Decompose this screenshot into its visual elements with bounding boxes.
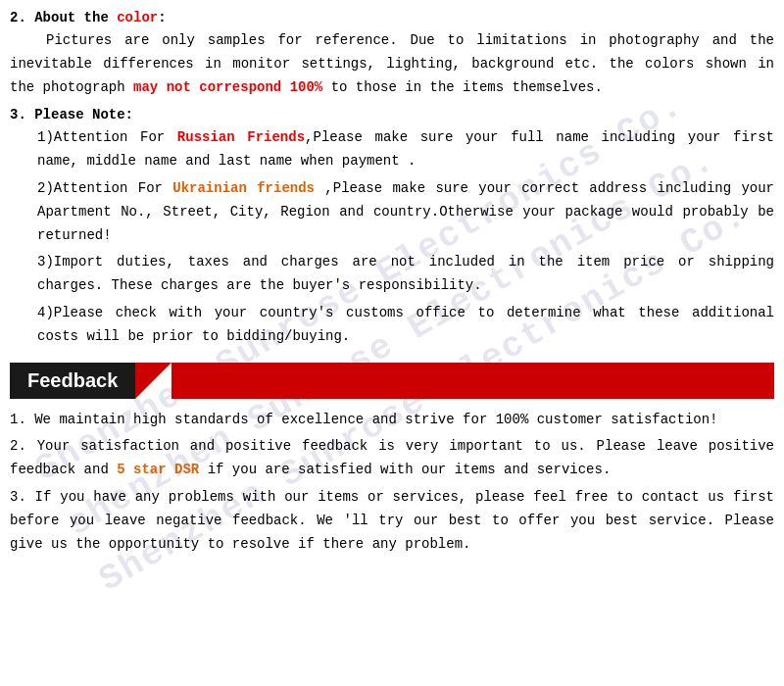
color-title-colored: color bbox=[117, 10, 158, 25]
color-highlight: may not correspond 100% bbox=[133, 79, 322, 95]
note-title: 3. Please Note: bbox=[10, 107, 774, 122]
section-feedback: 1. We maintain high standards of excelle… bbox=[10, 409, 774, 557]
feedback-item-1: 1. We maintain high standards of excelle… bbox=[10, 409, 774, 432]
note-2-highlight: Ukrainian friends bbox=[172, 180, 315, 196]
color-title-plain: 2. About the bbox=[10, 10, 117, 25]
feedback-label: Feedback bbox=[10, 363, 135, 399]
note-item-4: 4)Please check with your country's custo… bbox=[10, 302, 774, 349]
note-4-text: 4)Please check with your country's custo… bbox=[37, 305, 774, 344]
section-note: 3. Please Note: 1)Attention For Russian … bbox=[10, 107, 774, 348]
feedback-item-2: 2. Your satisfaction and positive feedba… bbox=[10, 435, 774, 482]
feedback-header-bar: Feedback bbox=[10, 363, 774, 399]
color-paragraph: Pictures are only samples for reference.… bbox=[10, 29, 774, 99]
color-title-end: : bbox=[158, 10, 166, 25]
feedback-item-3: 3. If you have any problems with our ite… bbox=[10, 486, 774, 556]
color-text-after: to those in the items themselves. bbox=[322, 79, 603, 95]
feedback-2-rest: if you are satisfied with our items and … bbox=[199, 462, 611, 477]
main-content: 2. About the color: Pictures are only sa… bbox=[10, 10, 774, 556]
feedback-line bbox=[172, 363, 774, 399]
feedback-3-text: 3. If you have any problems with our ite… bbox=[10, 489, 774, 552]
note-3-text: 3)Import duties, taxes and charges are n… bbox=[37, 254, 774, 293]
feedback-1-text: 1. We maintain high standards of excelle… bbox=[10, 412, 718, 427]
note-item-3: 3)Import duties, taxes and charges are n… bbox=[10, 251, 774, 298]
color-title: 2. About the color: bbox=[10, 10, 774, 25]
note-1-highlight: Russian Friends bbox=[177, 129, 305, 145]
note-item-1: 1)Attention For Russian Friends,Please m… bbox=[10, 126, 774, 173]
feedback-2-highlight: 5 star DSR bbox=[117, 462, 199, 477]
note-2-prefix: 2)Attention For bbox=[37, 180, 172, 196]
note-1-prefix: 1)Attention For bbox=[37, 129, 177, 145]
section-color: 2. About the color: Pictures are only sa… bbox=[10, 10, 774, 99]
note-item-2: 2)Attention For Ukrainian friends ,Pleas… bbox=[10, 177, 774, 247]
feedback-triangle bbox=[135, 363, 172, 399]
